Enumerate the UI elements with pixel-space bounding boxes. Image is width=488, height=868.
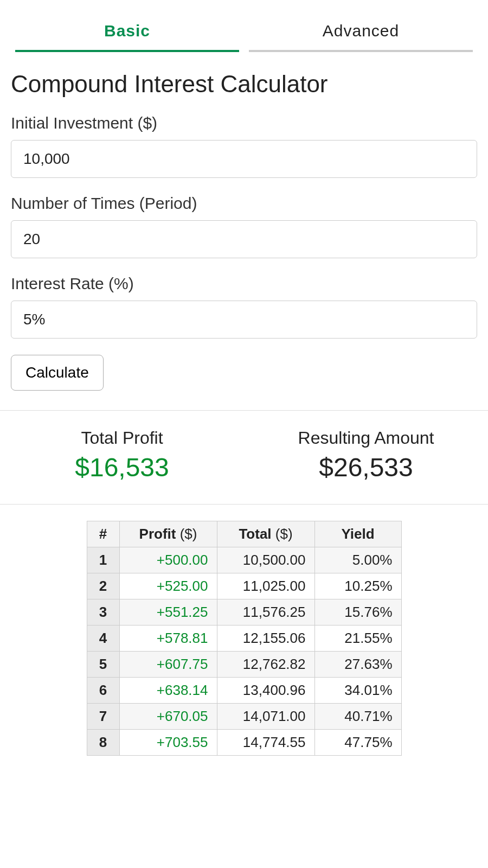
table-row: 2+525.0011,025.0010.25% — [87, 573, 401, 599]
row-index: 8 — [87, 730, 119, 756]
summary: Total Profit $16,533 Resulting Amount $2… — [0, 410, 488, 505]
page-title: Compound Interest Calculator — [11, 71, 477, 98]
row-yield: 47.75% — [314, 730, 401, 756]
row-profit: +607.75 — [119, 652, 217, 678]
table-row: 5+607.7512,762.8227.63% — [87, 652, 401, 678]
col-yield: Yield — [314, 521, 401, 547]
table-row: 8+703.5514,774.5547.75% — [87, 730, 401, 756]
row-profit: +551.25 — [119, 599, 217, 626]
row-yield: 21.55% — [314, 626, 401, 652]
resulting-amount-value: $26,533 — [244, 452, 488, 482]
row-yield: 10.25% — [314, 573, 401, 599]
row-profit: +670.05 — [119, 704, 217, 730]
col-total: Total ($) — [217, 521, 314, 547]
total-profit-value: $16,533 — [0, 452, 244, 482]
periods-label: Number of Times (Period) — [11, 194, 477, 213]
row-yield: 34.01% — [314, 678, 401, 704]
total-profit-label: Total Profit — [0, 428, 244, 448]
col-profit: Profit ($) — [119, 521, 217, 547]
tabs: Basic Advanced — [0, 10, 488, 52]
tab-advanced[interactable]: Advanced — [249, 10, 473, 52]
row-total: 14,071.00 — [217, 704, 314, 730]
initial-input[interactable] — [11, 140, 477, 178]
row-index: 7 — [87, 704, 119, 730]
table-row: 1+500.0010,500.005.00% — [87, 547, 401, 573]
row-total: 14,774.55 — [217, 730, 314, 756]
rate-label: Interest Rate (%) — [11, 275, 477, 293]
col-index: # — [87, 521, 119, 547]
row-total: 11,025.00 — [217, 573, 314, 599]
row-profit: +703.55 — [119, 730, 217, 756]
row-total: 12,762.82 — [217, 652, 314, 678]
row-yield: 15.76% — [314, 599, 401, 626]
row-index: 6 — [87, 678, 119, 704]
row-profit: +525.00 — [119, 573, 217, 599]
row-index: 3 — [87, 599, 119, 626]
row-profit: +638.14 — [119, 678, 217, 704]
row-index: 4 — [87, 626, 119, 652]
table-row: 7+670.0514,071.0040.71% — [87, 704, 401, 730]
row-yield: 40.71% — [314, 704, 401, 730]
resulting-amount-label: Resulting Amount — [244, 428, 488, 448]
row-yield: 5.00% — [314, 547, 401, 573]
initial-label: Initial Investment ($) — [11, 114, 477, 132]
tab-basic[interactable]: Basic — [15, 10, 239, 52]
row-index: 2 — [87, 573, 119, 599]
periods-input[interactable] — [11, 220, 477, 258]
table-row: 3+551.2511,576.2515.76% — [87, 599, 401, 626]
table-row: 6+638.1413,400.9634.01% — [87, 678, 401, 704]
row-index: 1 — [87, 547, 119, 573]
row-profit: +500.00 — [119, 547, 217, 573]
row-total: 12,155.06 — [217, 626, 314, 652]
row-total: 13,400.96 — [217, 678, 314, 704]
rate-input[interactable] — [11, 301, 477, 339]
calculate-button[interactable]: Calculate — [11, 355, 104, 391]
row-total: 10,500.00 — [217, 547, 314, 573]
table-row: 4+578.8112,155.0621.55% — [87, 626, 401, 652]
results-table: # Profit ($) Total ($) Yield 1+500.0010,… — [87, 521, 402, 756]
row-index: 5 — [87, 652, 119, 678]
row-profit: +578.81 — [119, 626, 217, 652]
row-yield: 27.63% — [314, 652, 401, 678]
row-total: 11,576.25 — [217, 599, 314, 626]
